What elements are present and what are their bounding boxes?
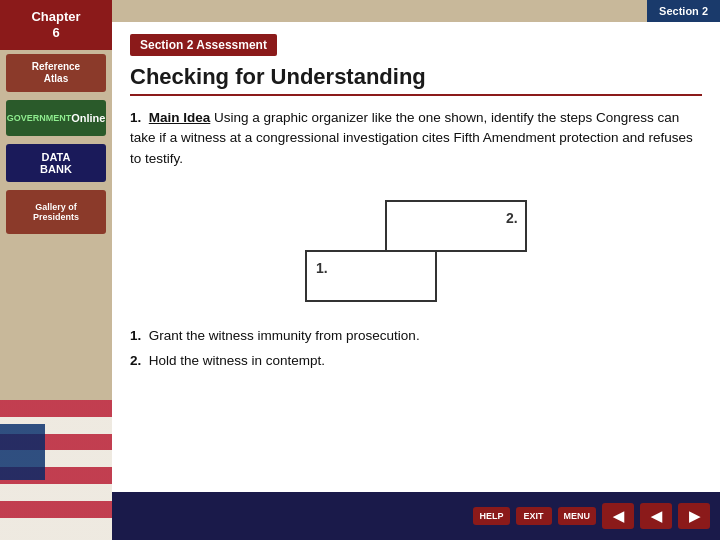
exit-button[interactable]: EXIT [516, 507, 552, 525]
question-label: Main Idea [149, 110, 211, 125]
sidebar-item-ref-label: ReferenceAtlas [6, 54, 106, 92]
back-button[interactable]: ◀ [640, 503, 672, 529]
answer-2-number: 2. [130, 353, 141, 368]
bottom-toolbar: HELP EXIT MENU ◀ ◀ ▶ [112, 492, 720, 540]
sidebar: Chapter 6 ReferenceAtlas GOVERNMENTOnlin… [0, 0, 112, 540]
help-button[interactable]: HELP [473, 507, 509, 525]
svg-rect-0 [306, 251, 436, 301]
prev-button[interactable]: ◀ [602, 503, 634, 529]
answer-list: 1. Grant the witness immunity from prose… [130, 327, 702, 371]
svg-text:1.: 1. [316, 260, 328, 276]
answer-2-text: Hold the witness in contempt. [149, 353, 325, 368]
next-button[interactable]: ▶ [678, 503, 710, 529]
top-bar-section-label: Section 2 [647, 0, 720, 22]
sidebar-item-government-online[interactable]: GOVERNMENTOnline [6, 100, 106, 136]
answer-item-2: 2. Hold the witness in contempt. [130, 352, 702, 371]
graphic-organizer: 1. 2. [130, 181, 702, 311]
svg-text:2.: 2. [506, 210, 518, 226]
answer-item-1: 1. Grant the witness immunity from prose… [130, 327, 702, 346]
question-text: Using a graphic organizer like the one s… [130, 110, 693, 166]
sidebar-chapter-label: Chapter [31, 9, 80, 25]
sidebar-item-gallery-presidents[interactable]: Gallery ofPresidents [6, 190, 106, 234]
question-block: 1. Main Idea Using a graphic organizer l… [130, 108, 702, 169]
organizer-svg: 1. 2. [286, 181, 546, 311]
sidebar-chapter-number: 6 [52, 25, 59, 41]
sidebar-chapter-box: Chapter 6 [0, 0, 112, 50]
sidebar-item-gallery-label: Gallery ofPresidents [6, 190, 106, 234]
menu-button[interactable]: MENU [558, 507, 597, 525]
assessment-badge: Section 2 Assessment [130, 34, 277, 56]
answer-1-number: 1. [130, 328, 141, 343]
sidebar-item-reference-atlas[interactable]: ReferenceAtlas [6, 54, 106, 92]
sidebar-item-data-label: DATABANK [6, 144, 106, 182]
flag-canton [0, 424, 45, 480]
sidebar-item-gov-label: GOVERNMENTOnline [6, 100, 106, 136]
page-title: Checking for Understanding [130, 64, 702, 96]
sidebar-item-data-bank[interactable]: DATABANK [6, 144, 106, 182]
answer-1-text: Grant the witness immunity from prosecut… [149, 328, 420, 343]
svg-rect-1 [386, 201, 526, 251]
main-content: Section 2 Assessment Checking for Unders… [112, 22, 720, 540]
question-number: 1. [130, 110, 141, 125]
